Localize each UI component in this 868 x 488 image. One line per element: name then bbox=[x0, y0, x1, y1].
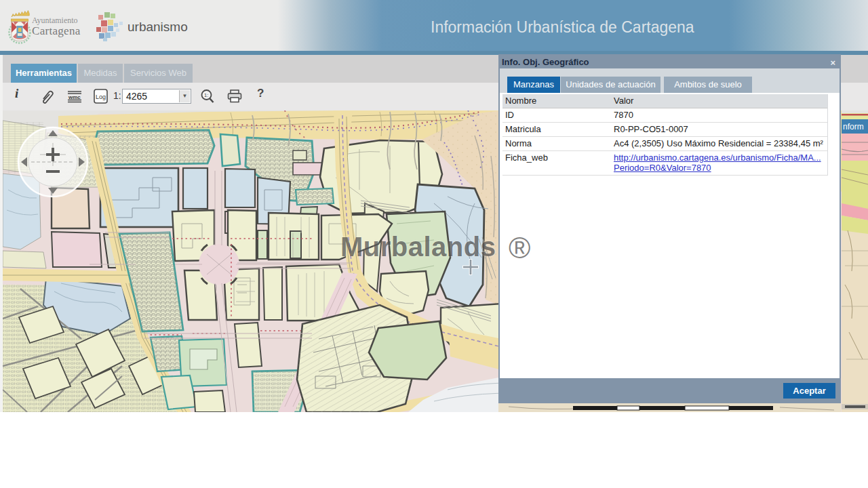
svg-text:1:: 1: bbox=[204, 92, 208, 98]
svg-text:wmc: wmc bbox=[68, 94, 81, 100]
svg-text:nform: nform bbox=[843, 122, 864, 131]
svg-text:Log: Log bbox=[96, 94, 106, 100]
